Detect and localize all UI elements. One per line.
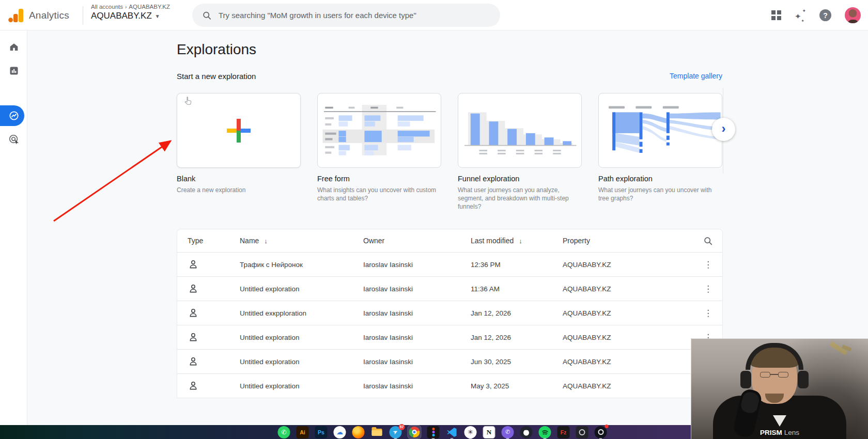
exploration-name[interactable]: Untitled exploration bbox=[240, 285, 363, 293]
template-gallery-link[interactable]: Template gallery bbox=[664, 72, 722, 80]
exploration-property: AQUABABY.KZ bbox=[563, 358, 694, 366]
google-analytics-logo-icon bbox=[8, 8, 24, 23]
user-type-icon bbox=[188, 332, 199, 343]
carousel-next-button[interactable]: › bbox=[712, 118, 735, 141]
exploration-name[interactable]: Untitled exкpploration bbox=[240, 309, 363, 317]
card-title-free-form: Free form bbox=[317, 175, 441, 183]
top-header: Analytics All accounts › AQUABABY.KZ AQU… bbox=[0, 0, 868, 30]
exploration-name[interactable]: Untitled exploration bbox=[240, 334, 363, 341]
card-path-exploration[interactable] bbox=[598, 93, 722, 168]
table-row[interactable]: Untitled exploration Iaroslav Iasinski M… bbox=[177, 373, 722, 398]
row-menu-button[interactable]: ⋮ bbox=[694, 284, 722, 294]
card-blank[interactable] bbox=[177, 93, 301, 168]
exploration-owner: Iaroslav Iasinski bbox=[363, 382, 471, 390]
account-selector[interactable]: AQUABABY.KZ ▼ bbox=[91, 11, 170, 21]
filezilla-icon[interactable]: Fz bbox=[557, 426, 570, 438]
exploration-last-modified: Jun 30, 2025 bbox=[471, 358, 563, 366]
sidebar-item-explore[interactable] bbox=[0, 106, 27, 126]
firefox-icon[interactable] bbox=[352, 426, 365, 438]
apps-grid-icon[interactable] bbox=[771, 10, 781, 20]
path-thumbnail bbox=[599, 93, 722, 167]
app-name: Analytics bbox=[29, 10, 69, 21]
chevron-down-icon: ▼ bbox=[155, 13, 160, 19]
vscode-glyph bbox=[447, 427, 457, 437]
telegram-icon[interactable]: ➤ 57 bbox=[390, 426, 402, 438]
chatgpt-icon[interactable]: ✳ bbox=[464, 426, 477, 438]
help-icon[interactable]: ? bbox=[819, 9, 831, 21]
chrome-icon[interactable] bbox=[409, 427, 420, 437]
row-menu-button[interactable]: ⋮ bbox=[694, 259, 722, 270]
row-menu-button[interactable]: ⋮ bbox=[694, 308, 722, 319]
github-icon[interactable] bbox=[520, 426, 533, 438]
exploration-owner: Iaroslav Iasinski bbox=[363, 285, 471, 293]
header-divider bbox=[83, 6, 83, 25]
user-type-icon bbox=[188, 307, 199, 319]
table-row[interactable]: Трафик с Нейронок Iaroslav Iasinski 12:3… bbox=[177, 252, 722, 276]
adobe-photoshop-icon[interactable]: Ps bbox=[315, 426, 328, 438]
figma-icon[interactable] bbox=[427, 426, 440, 438]
table-row[interactable]: Untitled exкpploration Iaroslav Iasinski… bbox=[177, 301, 722, 325]
cloud-app-icon[interactable]: ☁ bbox=[334, 426, 346, 438]
exploration-last-modified: Jan 12, 2026 bbox=[471, 309, 563, 317]
obs-studio-icon[interactable] bbox=[595, 426, 607, 438]
card-title-funnel: Funnel exploration bbox=[458, 175, 582, 183]
analytics-logo[interactable]: Analytics bbox=[8, 8, 69, 23]
card-desc-path: What user journeys can you uncover with … bbox=[598, 186, 721, 202]
exploration-property: AQUABABY.KZ bbox=[563, 261, 694, 269]
table-header-row: Type Name ↓ Owner Last modified ↓ Proper… bbox=[177, 229, 722, 252]
card-funnel-exploration[interactable] bbox=[458, 93, 582, 168]
sidebar-item-advertising[interactable] bbox=[0, 130, 27, 149]
table-search-button[interactable] bbox=[694, 237, 722, 245]
windows-start-icon[interactable] bbox=[261, 427, 272, 437]
breadcrumb-current[interactable]: AQUABABY.KZ bbox=[129, 4, 170, 10]
column-header-property: Property bbox=[563, 237, 694, 245]
table-row[interactable]: Untitled exploration Iaroslav Iasinski J… bbox=[177, 349, 722, 373]
notion-icon[interactable]: N bbox=[483, 426, 495, 438]
card-desc-free-form: What insights can you uncover with custo… bbox=[317, 186, 440, 202]
card-title-blank: Blank bbox=[177, 175, 301, 183]
exploration-name[interactable]: Трафик с Нейронок bbox=[240, 261, 363, 269]
search-bar[interactable] bbox=[192, 4, 500, 27]
telegram-badge: 57 bbox=[399, 424, 405, 430]
exploration-owner: Iaroslav Iasinski bbox=[363, 358, 471, 366]
sidebar-item-reports[interactable] bbox=[0, 61, 27, 81]
card-desc-blank: Create a new exploration bbox=[177, 186, 300, 194]
sort-descending-icon: ↓ bbox=[519, 237, 522, 245]
column-header-last-modified[interactable]: Last modified ↓ bbox=[471, 237, 563, 245]
chrome-active-slot[interactable] bbox=[408, 426, 421, 438]
spotify-icon[interactable] bbox=[539, 426, 551, 438]
adobe-illustrator-icon[interactable]: Ai bbox=[297, 426, 309, 438]
table-row[interactable]: Untitled exploration Iaroslav Iasinski 1… bbox=[177, 276, 722, 301]
left-navigation: ⚙ bbox=[0, 30, 27, 439]
column-header-name[interactable]: Name ↓ bbox=[240, 237, 363, 245]
exploration-name[interactable]: Untitled exploration bbox=[240, 382, 363, 390]
search-input[interactable] bbox=[219, 11, 490, 20]
sidebar-item-home[interactable] bbox=[0, 37, 27, 57]
exploration-property: AQUABABY.KZ bbox=[563, 334, 694, 341]
viber-icon[interactable]: ✆ bbox=[502, 426, 514, 438]
octocat-glyph bbox=[522, 429, 531, 436]
gemini-sparkle-icon[interactable]: ✦✦✦ bbox=[795, 10, 806, 21]
breadcrumb-root[interactable]: All accounts bbox=[91, 4, 123, 10]
home-icon bbox=[8, 41, 20, 53]
user-avatar[interactable] bbox=[845, 7, 861, 23]
column-header-type: Type bbox=[177, 237, 240, 245]
whatsapp-icon[interactable]: ✆ bbox=[278, 426, 290, 438]
user-type-icon bbox=[188, 380, 199, 391]
sort-descending-icon: ↓ bbox=[264, 237, 268, 245]
vscode-icon[interactable] bbox=[446, 426, 458, 438]
file-explorer-icon[interactable] bbox=[371, 426, 383, 438]
plus-icon bbox=[227, 119, 251, 143]
card-free-form[interactable] bbox=[317, 93, 441, 168]
table-row[interactable]: Untitled exploration Iaroslav Iasinski J… bbox=[177, 325, 722, 349]
user-type-icon bbox=[188, 259, 199, 270]
camera-lens-app-icon[interactable] bbox=[576, 426, 588, 438]
exploration-name[interactable]: Untitled exploration bbox=[240, 358, 363, 366]
free-form-thumbnail bbox=[318, 93, 441, 167]
exploration-property: AQUABABY.KZ bbox=[563, 309, 694, 317]
exploration-property: AQUABABY.KZ bbox=[563, 285, 694, 293]
spotify-waves bbox=[541, 428, 549, 436]
breadcrumb[interactable]: All accounts › AQUABABY.KZ bbox=[91, 4, 170, 10]
exploration-last-modified: 12:36 PM bbox=[471, 261, 563, 269]
exploration-owner: Iaroslav Iasinski bbox=[363, 261, 471, 269]
